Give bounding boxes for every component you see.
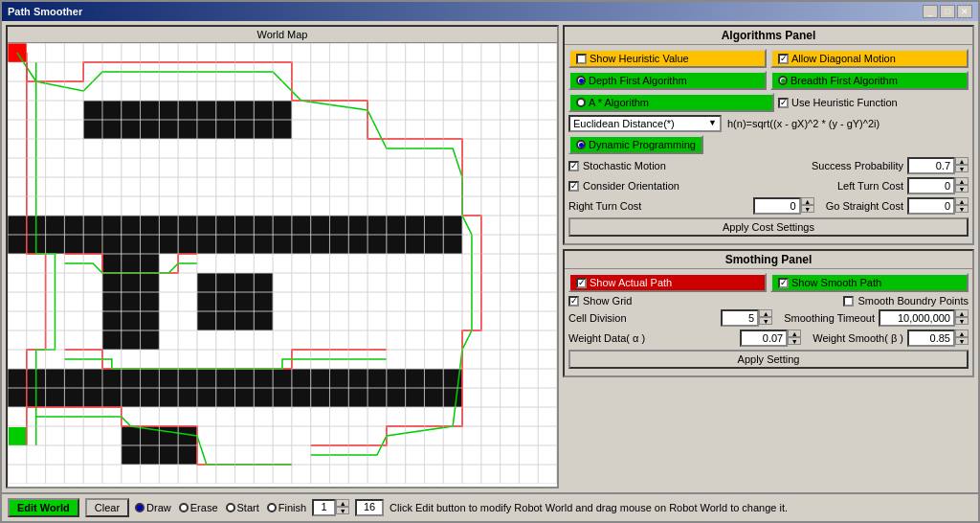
go-straight-cost-label: Go Straight Cost [826, 200, 903, 212]
algo-row-3: A * Algorithm Use Heuristic Function [568, 93, 969, 112]
weight-data-input-group: 0.07 ▲ ▼ [740, 330, 801, 347]
finish-radio[interactable] [267, 503, 277, 512]
weight-smooth-up[interactable]: ▲ [955, 330, 969, 337]
cell-division-down[interactable]: ▼ [759, 317, 772, 325]
weight-smooth-input[interactable]: 0.85 [907, 330, 955, 347]
left-turn-cost-up[interactable]: ▲ [955, 177, 969, 185]
left-turn-cost-down[interactable]: ▼ [955, 185, 969, 193]
distance-dropdown[interactable]: Euclidean Distance(*) ▼ [568, 115, 722, 132]
smooth-row-2: Show Grid Smooth Boundry Points [568, 295, 969, 307]
dynamic-programming-btn[interactable]: Dynamic Programming [568, 135, 703, 154]
smooth-row-1: Show Actual Path Show Smooth Path [568, 273, 969, 292]
smoothing-timeout-input[interactable]: 10,000,000 [879, 309, 955, 327]
success-probability-up[interactable]: ▲ [955, 157, 969, 165]
smoothing-timeout-up[interactable]: ▲ [955, 309, 969, 317]
show-heuristic-btn[interactable]: Show Heuristic Value [568, 49, 767, 68]
right-turn-cost-down[interactable]: ▼ [801, 205, 814, 213]
world-map-canvas-area[interactable] [8, 43, 557, 487]
use-heuristic-label: Use Heuristic Function [791, 97, 898, 108]
draw-radio[interactable] [135, 503, 145, 512]
left-turn-cost-input[interactable]: 0 [907, 177, 955, 194]
allow-diagonal-label: Allow Diagonal Motion [791, 53, 896, 64]
go-straight-input[interactable]: 0 [907, 197, 955, 215]
weight-data-input[interactable]: 0.07 [740, 330, 788, 347]
success-probability-down[interactable]: ▼ [955, 165, 969, 172]
close-button[interactable]: ✕ [957, 5, 972, 18]
stochastic-motion-checkbox[interactable] [568, 161, 579, 171]
depth-first-btn[interactable]: Depth First Algorithm [568, 71, 767, 90]
counter-down[interactable]: ▼ [336, 507, 349, 514]
start-radio-item[interactable]: Start [226, 502, 259, 513]
apply-cost-settings-button[interactable]: Apply Cost Settings [568, 217, 969, 237]
minimize-button[interactable]: _ [923, 5, 938, 18]
counter-max-input[interactable]: 16 [355, 499, 384, 516]
main-window: Path Smoother _ □ ✕ World Map Algorithms… [0, 0, 980, 523]
counter-input[interactable]: 1 [312, 499, 336, 516]
start-radio[interactable] [226, 503, 235, 512]
show-actual-path-label: Show Actual Path [590, 277, 672, 288]
weight-smooth-spinner: ▲ ▼ [955, 330, 969, 347]
right-turn-cost-input[interactable]: 0 [753, 197, 801, 215]
success-probability-label: Success Probability [812, 160, 903, 171]
algo-row-1: Show Heuristic Value Allow Diagonal Moti… [568, 49, 969, 68]
show-actual-path-btn[interactable]: Show Actual Path [568, 273, 767, 292]
finish-radio-item[interactable]: Finish [267, 502, 306, 513]
show-smooth-path-btn[interactable]: Show Smooth Path [770, 273, 969, 292]
allow-diagonal-btn[interactable]: Allow Diagonal Motion [770, 49, 969, 68]
show-grid-checkbox[interactable] [568, 296, 579, 307]
left-turn-cost-label: Left Turn Cost [837, 180, 903, 192]
draw-radio-item[interactable]: Draw [135, 502, 171, 513]
success-probability-spinner: ▲ ▼ [955, 157, 969, 174]
edit-world-button[interactable]: Edit World [8, 498, 79, 517]
consider-orientation-checkbox[interactable] [568, 181, 579, 192]
counter-up[interactable]: ▲ [336, 499, 349, 507]
go-straight-down[interactable]: ▼ [955, 205, 969, 213]
show-actual-path-checkbox[interactable] [576, 278, 587, 288]
show-smooth-path-checkbox[interactable] [778, 278, 789, 288]
algo-row-7: Consider Orientation Left Turn Cost 0 ▲ … [568, 177, 969, 194]
erase-radio[interactable] [179, 503, 189, 512]
cell-division-input[interactable]: 5 [721, 309, 759, 327]
dropdown-label: Euclidean Distance(*) [573, 118, 675, 129]
world-map-title: World Map [8, 27, 557, 43]
dynamic-programming-radio[interactable] [576, 140, 586, 149]
breadth-first-label: Breadth First Algorithm [791, 75, 898, 86]
success-probability-input-group: 0.7 ▲ ▼ [907, 157, 969, 174]
a-star-btn[interactable]: A * Algorithm [568, 93, 774, 112]
show-heuristic-checkbox[interactable] [576, 54, 587, 64]
breadth-first-btn[interactable]: Breadth First Algorithm [770, 71, 969, 90]
right-turn-cost-up[interactable]: ▲ [801, 197, 814, 205]
draw-label: Draw [146, 502, 171, 513]
counter-spinner: ▲ ▼ [336, 499, 349, 516]
a-star-radio[interactable] [576, 98, 586, 107]
go-straight-up[interactable]: ▲ [955, 197, 969, 205]
apply-setting-button[interactable]: Apply Setting [568, 350, 969, 369]
main-content: World Map Algorithms Panel Show Heuristi… [2, 21, 978, 492]
restore-button[interactable]: □ [940, 5, 955, 18]
show-grid-label: Show Grid [583, 295, 839, 307]
left-turn-cost-input-group: 0 ▲ ▼ [907, 177, 969, 194]
breadth-first-radio[interactable] [778, 76, 788, 85]
smoothing-timeout-down[interactable]: ▼ [955, 317, 969, 325]
clear-button[interactable]: Clear [85, 498, 129, 517]
smoothing-timeout-spinner: ▲ ▼ [955, 309, 969, 327]
weight-data-up[interactable]: ▲ [788, 330, 801, 337]
smooth-row-3: Cell Division 5 ▲ ▼ Smoothing Timeout 10… [568, 309, 969, 327]
depth-first-radio[interactable] [576, 76, 586, 85]
right-turn-cost-label: Right Turn Cost [568, 200, 749, 212]
smooth-row-4: Weight Data( α ) 0.07 ▲ ▼ Weight Smooth(… [568, 330, 969, 347]
weight-data-down[interactable]: ▼ [788, 337, 801, 345]
weight-smooth-down[interactable]: ▼ [955, 337, 969, 345]
smoothing-panel: Smothing Panel Show Actual Path Show Smo… [563, 249, 974, 377]
start-label: Start [237, 502, 259, 513]
smooth-row-apply: Apply Setting [568, 350, 969, 369]
allow-diagonal-checkbox[interactable] [778, 54, 789, 64]
erase-radio-item[interactable]: Erase [179, 502, 218, 513]
algorithms-panel: Algorithms Panel Show Heuristic Value Al… [563, 25, 974, 245]
cell-division-up[interactable]: ▲ [759, 309, 772, 317]
consider-orientation-label: Consider Orientation [583, 180, 834, 192]
smooth-boundary-checkbox[interactable] [843, 296, 854, 307]
success-probability-input[interactable]: 0.7 [907, 157, 955, 174]
left-turn-cost-spinner: ▲ ▼ [955, 177, 969, 194]
use-heuristic-checkbox[interactable] [778, 98, 789, 108]
